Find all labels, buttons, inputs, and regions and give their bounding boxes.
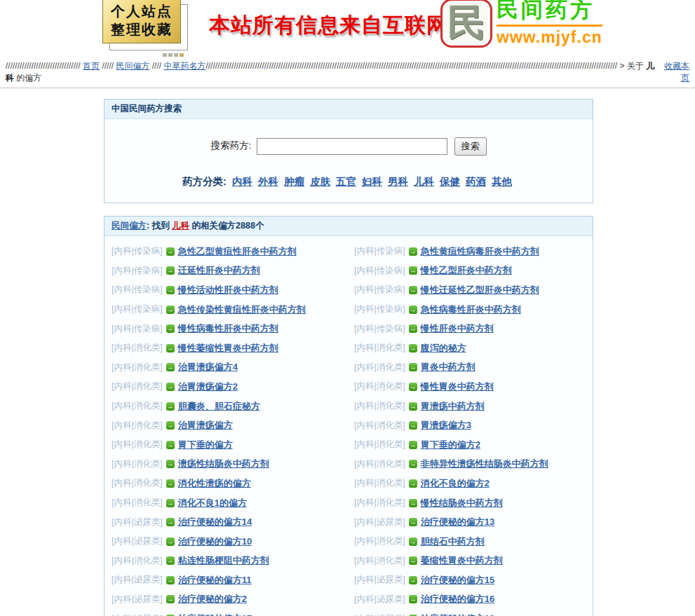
search-button[interactable]: 搜索 xyxy=(454,137,487,156)
remedy-link[interactable]: 慢性迁延性乙型肝炎中药方剂 xyxy=(421,284,539,296)
remedy-link[interactable]: 胃溃疡中药方剂 xyxy=(421,400,485,413)
remedy-link[interactable]: 慢性病毒性肝炎中药方剂 xyxy=(178,322,278,335)
category-tag[interactable]: [内科|泌尿类] xyxy=(354,594,405,605)
category-tag[interactable]: [内科|消化类] xyxy=(112,477,163,489)
category-tag[interactable]: [内科|消化类] xyxy=(354,458,405,470)
category-tag[interactable]: [内科|消化类] xyxy=(112,458,163,470)
category-tag[interactable]: [内科|消化类] xyxy=(112,381,163,392)
breadcrumb-home-link[interactable]: 首页 xyxy=(83,61,100,71)
remedy-link[interactable]: 急性病毒性肝炎中药方剂 xyxy=(421,303,521,316)
category-tag[interactable]: [内科|消化类] xyxy=(354,362,405,374)
category-tag[interactable]: [内科|传染病] xyxy=(112,284,163,296)
bookmark-page-link[interactable]: 收藏本页 xyxy=(664,61,689,83)
category-tag[interactable]: [内科|消化类] xyxy=(354,555,405,567)
category-tag[interactable]: [内科|消化类] xyxy=(354,497,405,509)
remedy-link[interactable]: 非特异性溃疡性结肠炎中药方剂 xyxy=(421,458,548,470)
category-tag[interactable]: [内科|消化类] xyxy=(354,439,405,451)
category-tag[interactable]: [内科|消化类] xyxy=(354,400,405,412)
category-tag[interactable]: [内科|传染病] xyxy=(354,265,405,277)
category-tag[interactable]: [内科|传染病] xyxy=(112,245,163,257)
category-tag[interactable]: [内科|消化类] xyxy=(112,497,163,509)
remedy-link[interactable]: 治疗便秘的偏方16 xyxy=(421,593,494,605)
breadcrumb-folk-remedy-link[interactable]: 民间偏方 xyxy=(116,61,149,71)
category-link-外科[interactable]: 外科 xyxy=(258,176,278,187)
remedy-link[interactable]: 治胃溃疡偏方 xyxy=(178,419,233,432)
remedy-link[interactable]: 急性传染性黄疸性肝炎中药方剂 xyxy=(178,303,306,316)
remedy-link[interactable]: 萎缩性胃炎中药方剂 xyxy=(421,554,503,567)
category-tag[interactable]: [内科|泌尿类] xyxy=(112,535,163,547)
category-link-五官[interactable]: 五官 xyxy=(336,176,356,187)
category-tag[interactable]: [内科|传染病] xyxy=(112,265,163,277)
search-input[interactable] xyxy=(257,138,447,155)
category-tag[interactable]: [内科|泌尿类] xyxy=(112,516,163,528)
remedy-link[interactable]: 胆囊炎、胆石症秘方 xyxy=(178,400,260,413)
category-tag[interactable]: [内科|传染病] xyxy=(112,303,163,315)
remedy-link[interactable]: 胃下垂的偏方 xyxy=(178,439,233,451)
category-tag[interactable]: [内科|消化类] xyxy=(112,400,163,412)
category-link-儿科[interactable]: 儿科 xyxy=(414,176,434,187)
category-tag[interactable]: [内科|泌尿类] xyxy=(112,574,163,586)
remedy-link[interactable]: 治疗便秘的偏方11 xyxy=(178,574,252,587)
remedy-link[interactable]: 消化不良1的偏方 xyxy=(178,497,247,509)
category-tag[interactable]: [内科|消化类] xyxy=(112,555,163,567)
remedy-link[interactable]: 粘连性肠梗阻中药方剂 xyxy=(178,554,269,567)
remedy-link[interactable]: 治疗便秘的偏方14 xyxy=(178,516,252,528)
category-link-妇科[interactable]: 妇科 xyxy=(362,176,382,187)
remedy-link[interactable]: 胃溃疡偏方3 xyxy=(421,419,471,432)
category-link-药酒[interactable]: 药酒 xyxy=(466,176,486,187)
remedy-link[interactable]: 治疗便秘的偏方15 xyxy=(421,574,494,587)
category-tag[interactable]: [内科|泌尿类] xyxy=(112,594,163,605)
category-tag[interactable]: [内科|传染病] xyxy=(354,284,405,296)
site-logo[interactable]: 民 民间药方 www.mjyf.cn xyxy=(440,0,602,48)
category-tag[interactable]: [内科|传染病] xyxy=(112,323,163,335)
remedy-link[interactable]: 治疗便秘的偏方17 xyxy=(178,612,252,616)
remedy-link[interactable]: 治胃溃疡偏方4 xyxy=(178,361,238,374)
category-link-皮肤[interactable]: 皮肤 xyxy=(310,176,330,187)
category-tag[interactable]: [内科|泌尿类] xyxy=(354,574,405,586)
remedy-link[interactable]: 治疗便秘的偏方18 xyxy=(421,612,494,616)
category-tag[interactable]: [内科|传染病] xyxy=(354,245,405,257)
remedy-link[interactable]: 迁延性肝炎中药方剂 xyxy=(178,264,260,277)
category-tag[interactable]: [内科|消化类] xyxy=(354,381,405,392)
category-link-肿瘤[interactable]: 肿瘤 xyxy=(284,176,304,187)
remedy-link[interactable]: 消化不良的偏方2 xyxy=(421,477,490,490)
category-tag[interactable]: [内科|泌尿类] xyxy=(354,613,405,616)
remedy-link[interactable]: 消化性溃疡的偏方 xyxy=(178,477,251,490)
category-link-其他[interactable]: 其他 xyxy=(492,176,512,187)
remedy-link[interactable]: 慢性乙型肝炎中药方剂 xyxy=(421,264,512,277)
results-title-link[interactable]: 民间偏方 xyxy=(112,221,147,231)
category-tag[interactable]: [内科|消化类] xyxy=(354,342,405,354)
remedy-link[interactable]: 慢性胃炎中药方剂 xyxy=(421,381,494,393)
remedy-link[interactable]: 慢性活动性肝炎中药方剂 xyxy=(178,284,278,296)
category-tag[interactable]: [内科|传染病] xyxy=(354,303,405,315)
remedy-link[interactable]: 急性黄疸性病毒肝炎中药方剂 xyxy=(421,245,539,258)
category-link-男科[interactable]: 男科 xyxy=(388,176,408,187)
category-tag[interactable]: [内科|泌尿类] xyxy=(354,516,405,528)
remedy-link[interactable]: 治疗便秘的偏方13 xyxy=(421,516,494,528)
remedy-link[interactable]: 慢性结肠炎中药方剂 xyxy=(421,497,503,509)
remedy-link[interactable]: 治疗便秘的偏方2 xyxy=(178,593,247,605)
remedy-link[interactable]: 腹泻的秘方 xyxy=(421,342,466,355)
remedy-link[interactable]: 胆结石中药方剂 xyxy=(421,535,485,548)
remedy-link[interactable]: 胃炎中药方剂 xyxy=(421,361,475,374)
category-tag[interactable]: [内科|消化类] xyxy=(354,477,405,489)
remedy-link[interactable]: 急性乙型黄疸性肝炎中药方剂 xyxy=(178,245,297,258)
category-tag[interactable]: [内科|消化类] xyxy=(112,439,163,451)
breadcrumb-herb-link[interactable]: 中草药名方 xyxy=(163,61,205,71)
category-link-内科[interactable]: 内科 xyxy=(232,176,252,187)
remedy-link[interactable]: 慢性肝炎中药方剂 xyxy=(421,322,494,335)
category-tag[interactable]: [内科|消化类] xyxy=(354,420,405,432)
remedy-link[interactable]: 治疗便秘的偏方10 xyxy=(178,535,252,548)
category-tag[interactable]: [内科|消化类] xyxy=(112,420,163,432)
category-tag[interactable]: [内科|消化类] xyxy=(354,535,405,547)
category-link-保健[interactable]: 保健 xyxy=(440,176,460,187)
category-tag[interactable]: [内科|消化类] xyxy=(112,362,163,374)
remedy-link[interactable]: 慢性萎缩性胃炎中药方剂 xyxy=(178,342,278,355)
category-tag[interactable]: [内科|传染病] xyxy=(354,323,405,335)
remedy-link[interactable]: 胃下垂的偏方2 xyxy=(421,439,480,451)
remedy-link[interactable]: 治胃溃疡偏方2 xyxy=(178,381,238,393)
category-tag[interactable]: [内科|泌尿类] xyxy=(112,613,163,616)
remedy-link[interactable]: 溃疡性结肠炎中药方剂 xyxy=(178,458,269,470)
green-arrow-icon: → xyxy=(409,538,417,546)
category-tag[interactable]: [内科|消化类] xyxy=(112,342,163,354)
